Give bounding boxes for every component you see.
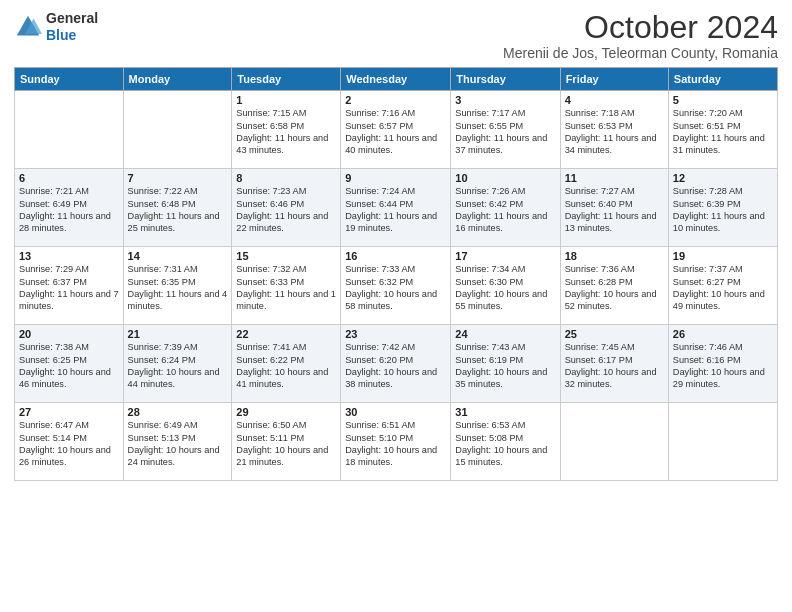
day-info: Sunrise: 7:17 AM Sunset: 6:55 PM Dayligh… <box>455 107 555 157</box>
calendar-day-header: Monday <box>123 68 232 91</box>
calendar-cell: 11Sunrise: 7:27 AM Sunset: 6:40 PM Dayli… <box>560 169 668 247</box>
day-number: 28 <box>128 406 228 418</box>
calendar-cell: 17Sunrise: 7:34 AM Sunset: 6:30 PM Dayli… <box>451 247 560 325</box>
day-info: Sunrise: 6:49 AM Sunset: 5:13 PM Dayligh… <box>128 419 228 469</box>
day-number: 11 <box>565 172 664 184</box>
day-info: Sunrise: 7:28 AM Sunset: 6:39 PM Dayligh… <box>673 185 773 235</box>
calendar-cell <box>15 91 124 169</box>
calendar-week-row: 27Sunrise: 6:47 AM Sunset: 5:14 PM Dayli… <box>15 403 778 481</box>
day-number: 31 <box>455 406 555 418</box>
calendar-day-header: Saturday <box>668 68 777 91</box>
day-info: Sunrise: 7:20 AM Sunset: 6:51 PM Dayligh… <box>673 107 773 157</box>
day-number: 30 <box>345 406 446 418</box>
location-subtitle: Merenii de Jos, Teleorman County, Romani… <box>503 45 778 61</box>
header-right: October 2024 Merenii de Jos, Teleorman C… <box>503 10 778 61</box>
day-number: 18 <box>565 250 664 262</box>
day-info: Sunrise: 7:22 AM Sunset: 6:48 PM Dayligh… <box>128 185 228 235</box>
day-number: 25 <box>565 328 664 340</box>
day-info: Sunrise: 6:53 AM Sunset: 5:08 PM Dayligh… <box>455 419 555 469</box>
day-number: 2 <box>345 94 446 106</box>
day-number: 12 <box>673 172 773 184</box>
calendar-cell: 22Sunrise: 7:41 AM Sunset: 6:22 PM Dayli… <box>232 325 341 403</box>
calendar-cell: 27Sunrise: 6:47 AM Sunset: 5:14 PM Dayli… <box>15 403 124 481</box>
day-number: 7 <box>128 172 228 184</box>
day-number: 29 <box>236 406 336 418</box>
calendar-cell: 13Sunrise: 7:29 AM Sunset: 6:37 PM Dayli… <box>15 247 124 325</box>
day-number: 27 <box>19 406 119 418</box>
day-number: 13 <box>19 250 119 262</box>
calendar-cell: 28Sunrise: 6:49 AM Sunset: 5:13 PM Dayli… <box>123 403 232 481</box>
calendar-cell: 25Sunrise: 7:45 AM Sunset: 6:17 PM Dayli… <box>560 325 668 403</box>
day-info: Sunrise: 7:46 AM Sunset: 6:16 PM Dayligh… <box>673 341 773 391</box>
calendar-cell: 4Sunrise: 7:18 AM Sunset: 6:53 PM Daylig… <box>560 91 668 169</box>
day-number: 21 <box>128 328 228 340</box>
day-number: 8 <box>236 172 336 184</box>
calendar-cell: 3Sunrise: 7:17 AM Sunset: 6:55 PM Daylig… <box>451 91 560 169</box>
logo-blue-text: Blue <box>46 27 98 44</box>
day-info: Sunrise: 7:43 AM Sunset: 6:19 PM Dayligh… <box>455 341 555 391</box>
calendar-cell: 9Sunrise: 7:24 AM Sunset: 6:44 PM Daylig… <box>341 169 451 247</box>
calendar-cell: 26Sunrise: 7:46 AM Sunset: 6:16 PM Dayli… <box>668 325 777 403</box>
calendar-week-row: 13Sunrise: 7:29 AM Sunset: 6:37 PM Dayli… <box>15 247 778 325</box>
day-number: 4 <box>565 94 664 106</box>
calendar-cell: 14Sunrise: 7:31 AM Sunset: 6:35 PM Dayli… <box>123 247 232 325</box>
day-info: Sunrise: 6:47 AM Sunset: 5:14 PM Dayligh… <box>19 419 119 469</box>
month-title: October 2024 <box>503 10 778 45</box>
day-info: Sunrise: 7:41 AM Sunset: 6:22 PM Dayligh… <box>236 341 336 391</box>
day-info: Sunrise: 7:23 AM Sunset: 6:46 PM Dayligh… <box>236 185 336 235</box>
calendar-cell: 19Sunrise: 7:37 AM Sunset: 6:27 PM Dayli… <box>668 247 777 325</box>
calendar-week-row: 20Sunrise: 7:38 AM Sunset: 6:25 PM Dayli… <box>15 325 778 403</box>
day-info: Sunrise: 7:27 AM Sunset: 6:40 PM Dayligh… <box>565 185 664 235</box>
day-info: Sunrise: 7:21 AM Sunset: 6:49 PM Dayligh… <box>19 185 119 235</box>
day-info: Sunrise: 7:15 AM Sunset: 6:58 PM Dayligh… <box>236 107 336 157</box>
calendar-cell: 1Sunrise: 7:15 AM Sunset: 6:58 PM Daylig… <box>232 91 341 169</box>
day-number: 5 <box>673 94 773 106</box>
logo-general-text: General <box>46 10 98 27</box>
page-header: General Blue October 2024 Merenii de Jos… <box>14 10 778 61</box>
calendar-cell: 5Sunrise: 7:20 AM Sunset: 6:51 PM Daylig… <box>668 91 777 169</box>
day-info: Sunrise: 7:32 AM Sunset: 6:33 PM Dayligh… <box>236 263 336 313</box>
calendar-day-header: Tuesday <box>232 68 341 91</box>
calendar-header-row: SundayMondayTuesdayWednesdayThursdayFrid… <box>15 68 778 91</box>
calendar-cell: 29Sunrise: 6:50 AM Sunset: 5:11 PM Dayli… <box>232 403 341 481</box>
day-info: Sunrise: 7:33 AM Sunset: 6:32 PM Dayligh… <box>345 263 446 313</box>
calendar-cell: 21Sunrise: 7:39 AM Sunset: 6:24 PM Dayli… <box>123 325 232 403</box>
day-number: 26 <box>673 328 773 340</box>
calendar-cell <box>123 91 232 169</box>
day-number: 23 <box>345 328 446 340</box>
day-number: 16 <box>345 250 446 262</box>
day-number: 20 <box>19 328 119 340</box>
day-number: 15 <box>236 250 336 262</box>
day-info: Sunrise: 7:42 AM Sunset: 6:20 PM Dayligh… <box>345 341 446 391</box>
day-number: 9 <box>345 172 446 184</box>
day-info: Sunrise: 7:29 AM Sunset: 6:37 PM Dayligh… <box>19 263 119 313</box>
calendar-day-header: Thursday <box>451 68 560 91</box>
calendar-cell <box>668 403 777 481</box>
calendar-cell: 7Sunrise: 7:22 AM Sunset: 6:48 PM Daylig… <box>123 169 232 247</box>
calendar-cell: 18Sunrise: 7:36 AM Sunset: 6:28 PM Dayli… <box>560 247 668 325</box>
day-info: Sunrise: 7:36 AM Sunset: 6:28 PM Dayligh… <box>565 263 664 313</box>
day-info: Sunrise: 6:50 AM Sunset: 5:11 PM Dayligh… <box>236 419 336 469</box>
calendar-day-header: Friday <box>560 68 668 91</box>
day-info: Sunrise: 7:18 AM Sunset: 6:53 PM Dayligh… <box>565 107 664 157</box>
day-number: 14 <box>128 250 228 262</box>
day-info: Sunrise: 7:34 AM Sunset: 6:30 PM Dayligh… <box>455 263 555 313</box>
calendar-week-row: 1Sunrise: 7:15 AM Sunset: 6:58 PM Daylig… <box>15 91 778 169</box>
day-number: 19 <box>673 250 773 262</box>
calendar-week-row: 6Sunrise: 7:21 AM Sunset: 6:49 PM Daylig… <box>15 169 778 247</box>
calendar-cell: 10Sunrise: 7:26 AM Sunset: 6:42 PM Dayli… <box>451 169 560 247</box>
day-number: 3 <box>455 94 555 106</box>
calendar-cell: 2Sunrise: 7:16 AM Sunset: 6:57 PM Daylig… <box>341 91 451 169</box>
calendar-cell: 20Sunrise: 7:38 AM Sunset: 6:25 PM Dayli… <box>15 325 124 403</box>
calendar-cell: 12Sunrise: 7:28 AM Sunset: 6:39 PM Dayli… <box>668 169 777 247</box>
calendar-cell: 16Sunrise: 7:33 AM Sunset: 6:32 PM Dayli… <box>341 247 451 325</box>
day-number: 1 <box>236 94 336 106</box>
calendar-cell: 30Sunrise: 6:51 AM Sunset: 5:10 PM Dayli… <box>341 403 451 481</box>
calendar-cell: 6Sunrise: 7:21 AM Sunset: 6:49 PM Daylig… <box>15 169 124 247</box>
logo: General Blue <box>14 10 98 44</box>
calendar-day-header: Wednesday <box>341 68 451 91</box>
day-info: Sunrise: 6:51 AM Sunset: 5:10 PM Dayligh… <box>345 419 446 469</box>
calendar-cell <box>560 403 668 481</box>
day-info: Sunrise: 7:37 AM Sunset: 6:27 PM Dayligh… <box>673 263 773 313</box>
day-info: Sunrise: 7:31 AM Sunset: 6:35 PM Dayligh… <box>128 263 228 313</box>
